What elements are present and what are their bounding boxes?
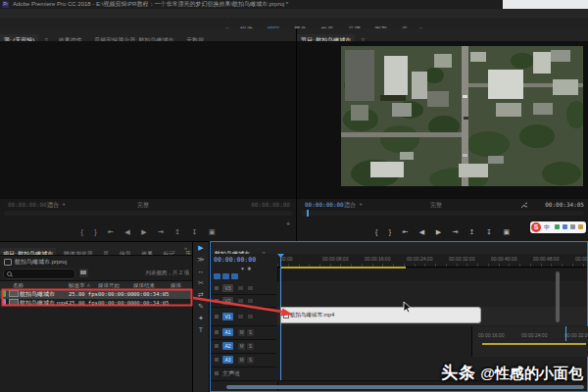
eye-icon[interactable]: [238, 315, 243, 318]
item-name[interactable]: 航拍鸟瞰城市: [20, 290, 55, 299]
tab-markers[interactable]: 标记: [161, 248, 178, 256]
go-to-in-icon[interactable]: ⇤: [402, 225, 408, 239]
mark-in-icon[interactable]: {: [80, 225, 82, 239]
track-header-v3[interactable]: V3: [211, 281, 276, 295]
tab-overflow-icon[interactable]: »: [181, 242, 190, 255]
mute-button[interactable]: M: [238, 357, 245, 364]
track-header-master[interactable]: 主声道: [211, 367, 276, 381]
timeline-vertical-scrollbar[interactable]: [556, 271, 560, 322]
lift-icon[interactable]: ↥: [469, 225, 475, 239]
track-header-v1[interactable]: V1: [211, 307, 276, 326]
solo-button[interactable]: S: [247, 343, 254, 350]
ime-punctuation-icon[interactable]: [563, 224, 567, 229]
column-media-start[interactable]: 媒体开始: [98, 281, 120, 290]
search-input[interactable]: [3, 269, 75, 279]
track-header-v2[interactable]: V2: [211, 294, 276, 308]
export-frame-icon[interactable]: ▣: [503, 225, 510, 239]
track-header-a3[interactable]: A3 M S: [211, 353, 276, 368]
eye-icon[interactable]: [238, 299, 243, 303]
ime-toolbox-icon[interactable]: [578, 224, 583, 229]
program-resolution-dropdown[interactable]: 完整: [430, 201, 442, 210]
nest-toggle-icon[interactable]: [214, 273, 220, 279]
column-name[interactable]: 名称: [13, 281, 24, 290]
source-fit-dropdown[interactable]: 适合: [47, 201, 59, 210]
pen-tool-icon[interactable]: ✎: [193, 301, 209, 313]
project-file-name[interactable]: 航拍鸟瞰城市.prproj: [4, 258, 67, 267]
ime-toolbar[interactable]: S 中: [530, 221, 586, 233]
track-target-badge[interactable]: A1: [222, 328, 233, 336]
tab-project[interactable]: 项目: 航拍鸟瞰城市: [0, 248, 56, 256]
track-header-a1[interactable]: A1 M S: [211, 325, 276, 340]
timeline-settings-icon[interactable]: ✱: [247, 266, 251, 271]
track-lane-v2[interactable]: [277, 294, 587, 308]
tab-effects[interactable]: 效果: [138, 248, 156, 256]
column-framerate[interactable]: 帧速率 ∧: [69, 281, 91, 290]
source-scrubber[interactable]: [4, 211, 292, 216]
solo-button[interactable]: S: [247, 329, 254, 336]
column-media-duration[interactable]: 媒体: [171, 281, 181, 290]
track-select-forward-tool-icon[interactable]: ≫: [193, 254, 209, 266]
new-bin-icon[interactable]: [79, 269, 88, 277]
settings-wrench-icon[interactable]: [520, 202, 527, 209]
lock-icon[interactable]: [215, 315, 219, 318]
ime-keyboard-icon[interactable]: [570, 224, 575, 229]
play-icon[interactable]: ▶: [436, 225, 441, 239]
tab-libraries[interactable]: 库: [100, 248, 112, 256]
razor-tool-icon[interactable]: ✂: [193, 277, 209, 289]
program-fit-dropdown[interactable]: 适合: [344, 201, 356, 210]
label-color-chip[interactable]: [2, 290, 6, 297]
lock-icon[interactable]: [215, 299, 219, 303]
type-tool-icon[interactable]: T: [193, 324, 209, 336]
ripple-edit-tool-icon[interactable]: ↔: [193, 266, 209, 277]
ime-mode-chinese[interactable]: 中: [544, 221, 551, 233]
column-media-end[interactable]: 媒体结束: [133, 281, 155, 290]
go-to-in-icon[interactable]: ⇤: [108, 225, 114, 239]
lock-icon[interactable]: [215, 330, 219, 334]
linked-selection-icon[interactable]: [231, 273, 238, 279]
timeline-horizontal-scrollbar[interactable]: [226, 385, 584, 389]
track-lane-v3[interactable]: [277, 281, 587, 295]
step-back-icon[interactable]: ◀: [124, 225, 129, 239]
extract-icon[interactable]: ↧: [486, 225, 492, 239]
eye-icon[interactable]: [238, 286, 243, 290]
hand-tool-icon[interactable]: ✦: [193, 313, 209, 324]
tab-media-browser[interactable]: 媒体浏览器: [61, 248, 96, 256]
mute-button[interactable]: M: [238, 329, 245, 336]
mark-out-icon[interactable]: }: [94, 225, 96, 239]
step-forward-icon[interactable]: ⇥: [453, 225, 459, 239]
program-playhead[interactable]: [307, 210, 309, 217]
lock-icon[interactable]: [215, 286, 219, 290]
label-color-chip[interactable]: [2, 299, 6, 306]
sync-lock-icon[interactable]: [248, 299, 253, 303]
button-editor-icon[interactable]: +: [286, 220, 290, 227]
track-target-badge[interactable]: A2: [222, 342, 233, 350]
lock-icon[interactable]: [215, 358, 219, 362]
selection-tool-icon[interactable]: ▶: [193, 242, 209, 254]
mark-in-icon[interactable]: {: [375, 225, 377, 239]
program-scrubber[interactable]: [301, 211, 584, 216]
ime-fullwidth-icon[interactable]: [555, 224, 560, 229]
sync-lock-icon[interactable]: [248, 286, 253, 290]
overwrite-icon[interactable]: ↧: [192, 225, 198, 239]
track-target-badge[interactable]: V1: [222, 313, 233, 320]
add-marker-icon[interactable]: ▼: [240, 266, 245, 271]
source-resolution-dropdown[interactable]: 完整: [137, 201, 149, 210]
tab-info[interactable]: 信息: [117, 248, 134, 256]
mute-button[interactable]: M: [238, 343, 245, 350]
export-frame-icon[interactable]: ▣: [209, 225, 216, 239]
insert-icon[interactable]: ↥: [174, 225, 180, 239]
timeline-clip[interactable]: 航拍鸟瞰城市.mp4: [280, 307, 481, 323]
track-target-badge[interactable]: V3: [222, 284, 233, 292]
step-forward-icon[interactable]: ⇥: [158, 225, 164, 239]
lock-icon[interactable]: [215, 344, 219, 348]
step-back-icon[interactable]: ◀: [419, 225, 424, 239]
track-target-badge[interactable]: A3: [222, 356, 233, 364]
play-icon[interactable]: ▶: [141, 225, 146, 239]
item-name[interactable]: 航拍鸟瞰城市.mp4: [20, 299, 68, 308]
track-header-a2[interactable]: A2 M S: [211, 339, 276, 354]
track-target-badge[interactable]: V2: [222, 297, 233, 305]
timeline-ruler[interactable]: 00:00 00:00:08:00 00:00:16:00 00:00:24:0…: [277, 254, 587, 268]
mark-out-icon[interactable]: }: [389, 225, 391, 239]
snap-icon[interactable]: [222, 273, 229, 279]
table-row-clip[interactable]: 航拍鸟瞰城市.mp4 25.00 fps 00:00:00:00 00:00:3…: [0, 299, 192, 308]
